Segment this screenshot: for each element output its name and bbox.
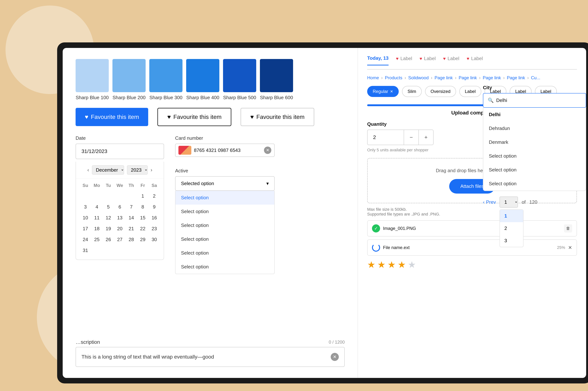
filter-chip[interactable]: Oversized bbox=[425, 86, 456, 97]
calendar-day[interactable]: 2 bbox=[149, 191, 160, 201]
tab-label-1[interactable]: ♥ Label bbox=[396, 56, 412, 65]
calendar-day[interactable]: 16 bbox=[149, 212, 160, 223]
calendar-day[interactable]: 1 bbox=[137, 191, 148, 201]
breadcrumb-item[interactable]: Cu... bbox=[531, 75, 540, 80]
search-icon: 🔍 bbox=[488, 98, 494, 103]
right-panel: Today, 13 ♥ Label ♥ Label ♥ Label ♥ Labe… bbox=[358, 48, 586, 378]
description-clear-button[interactable]: ✕ bbox=[331, 353, 339, 361]
breadcrumb-item[interactable]: Products bbox=[385, 75, 402, 80]
card-label: Card number bbox=[175, 135, 275, 141]
tabs-row: Today, 13 ♥ Label ♥ Label ♥ Label ♥ Labe… bbox=[367, 55, 577, 70]
filter-chip[interactable]: Regular✕ bbox=[367, 86, 399, 97]
favourite-button-outline-dark[interactable]: ♥ Favourite this item bbox=[158, 108, 231, 126]
page-select[interactable]: 1 2 3 bbox=[500, 196, 518, 207]
dropdown-item[interactable]: Select option bbox=[175, 232, 274, 246]
star-empty[interactable]: ★ bbox=[408, 259, 416, 270]
calendar-day[interactable]: 18 bbox=[91, 223, 102, 234]
pagination-prev-button[interactable]: ‹ Prev bbox=[483, 199, 496, 205]
city-option[interactable]: Dehradun bbox=[483, 121, 586, 135]
calendar-day[interactable]: 15 bbox=[137, 212, 148, 223]
page-option[interactable]: 1 bbox=[500, 210, 523, 222]
card-clear-button[interactable]: ✕ bbox=[264, 147, 271, 154]
active-dropdown-trigger[interactable]: Selected option ▾ bbox=[175, 176, 275, 191]
breadcrumb-item[interactable]: Home bbox=[367, 75, 379, 80]
heart-icon-filled: ♥ bbox=[85, 113, 88, 120]
calendar-day[interactable]: 21 bbox=[126, 223, 137, 234]
chip-close-icon[interactable]: ✕ bbox=[390, 89, 393, 94]
city-option[interactable]: Denmark bbox=[483, 135, 586, 149]
calendar-day bbox=[80, 191, 91, 201]
star-filled[interactable]: ★ bbox=[398, 259, 406, 270]
filter-chip[interactable]: Slim bbox=[402, 86, 422, 97]
calendar-day[interactable]: 11 bbox=[91, 212, 102, 223]
tab-label-4[interactable]: ♥ Label bbox=[467, 56, 483, 65]
calendar-day[interactable]: 5 bbox=[103, 201, 114, 212]
calendar-day[interactable]: 29 bbox=[137, 234, 148, 245]
calendar-day[interactable]: 4 bbox=[91, 201, 102, 212]
file-delete-button-1[interactable]: 🗑 bbox=[564, 224, 572, 232]
favourite-button-filled[interactable]: ♥ Favourite this item bbox=[76, 108, 148, 126]
calendar-day[interactable]: 25 bbox=[91, 234, 102, 245]
breadcrumb-item[interactable]: Page link bbox=[435, 75, 453, 80]
dropdown-item[interactable]: Select option bbox=[175, 218, 274, 232]
calendar-month-select[interactable]: December bbox=[92, 165, 124, 175]
file-close-button-2[interactable]: ✕ bbox=[568, 245, 572, 251]
tab-label-2[interactable]: ♥ Label bbox=[420, 56, 436, 65]
calendar-day[interactable]: 10 bbox=[80, 212, 91, 223]
dropdown-item[interactable]: Select option bbox=[175, 205, 274, 218]
calendar-prev-btn[interactable]: ‹ bbox=[87, 167, 89, 173]
date-input[interactable] bbox=[76, 144, 164, 159]
calendar-day[interactable]: 3 bbox=[80, 201, 91, 212]
filter-chip[interactable]: Label bbox=[459, 86, 481, 97]
calendar-year-select[interactable]: 2023 bbox=[127, 165, 148, 175]
tab-heart-icon-4: ♥ bbox=[467, 56, 469, 61]
breadcrumb-item[interactable]: Page link bbox=[507, 75, 525, 80]
calendar-day[interactable]: 8 bbox=[137, 201, 148, 212]
calendar-day[interactable]: 14 bbox=[126, 212, 137, 223]
calendar-day[interactable]: 17 bbox=[80, 223, 91, 234]
page-option[interactable]: 3 bbox=[500, 234, 523, 247]
calendar-day[interactable]: 27 bbox=[114, 234, 126, 245]
page-option[interactable]: 2 bbox=[500, 222, 523, 234]
city-option[interactable]: Delhi bbox=[483, 108, 586, 121]
city-search-input[interactable] bbox=[496, 98, 581, 103]
calendar-day[interactable]: 19 bbox=[103, 223, 114, 234]
calendar-next-btn[interactable]: › bbox=[151, 167, 152, 173]
file-note-text: Max file size is 500kb.Supported file ty… bbox=[367, 207, 440, 216]
swatch-color-box bbox=[223, 59, 256, 92]
dropdown-item[interactable]: Select option bbox=[175, 191, 274, 205]
calendar-day[interactable]: 31 bbox=[80, 245, 91, 256]
calendar-day[interactable]: 12 bbox=[103, 212, 114, 223]
calendar-day[interactable]: 13 bbox=[114, 212, 126, 223]
tab-label-3[interactable]: ♥ Label bbox=[443, 56, 459, 65]
quantity-decrease-button[interactable]: − bbox=[404, 130, 419, 145]
tab-today[interactable]: Today, 13 bbox=[367, 55, 389, 65]
city-option[interactable]: Select option bbox=[483, 149, 586, 163]
dropdown-item[interactable]: Select option bbox=[175, 260, 274, 274]
star-filled[interactable]: ★ bbox=[387, 259, 396, 270]
city-option[interactable]: Select option bbox=[483, 163, 586, 177]
star-filled[interactable]: ★ bbox=[367, 259, 375, 270]
calendar-day[interactable]: 24 bbox=[80, 234, 91, 245]
quantity-increase-button[interactable]: + bbox=[419, 130, 433, 145]
calendar-day[interactable]: 6 bbox=[114, 201, 126, 212]
calendar-day[interactable]: 7 bbox=[126, 201, 137, 212]
breadcrumb-item[interactable]: Page link bbox=[483, 75, 501, 80]
card-number-input[interactable] bbox=[194, 147, 261, 153]
calendar-day[interactable]: 30 bbox=[149, 234, 160, 245]
calendar-day[interactable]: 23 bbox=[149, 223, 160, 234]
calendar-day[interactable]: 9 bbox=[149, 201, 160, 212]
calendar-day[interactable]: 26 bbox=[103, 234, 114, 245]
city-option[interactable]: Select option bbox=[483, 177, 586, 191]
star-filled[interactable]: ★ bbox=[377, 259, 386, 270]
favourite-button-outline-light[interactable]: ♥ Favourite this item bbox=[241, 108, 314, 126]
calendar-day[interactable]: 22 bbox=[137, 223, 148, 234]
calendar-day-header: Mo bbox=[91, 180, 102, 191]
breadcrumb-item[interactable]: Solidwood bbox=[408, 75, 429, 80]
description-input[interactable]: This is a long string of text that will … bbox=[76, 347, 345, 367]
card-form-group: Card number ✕ bbox=[175, 135, 275, 157]
dropdown-item[interactable]: Select option bbox=[175, 246, 274, 260]
calendar-day[interactable]: 28 bbox=[126, 234, 137, 245]
calendar-day[interactable]: 20 bbox=[114, 223, 126, 234]
breadcrumb-item[interactable]: Page link bbox=[459, 75, 477, 80]
